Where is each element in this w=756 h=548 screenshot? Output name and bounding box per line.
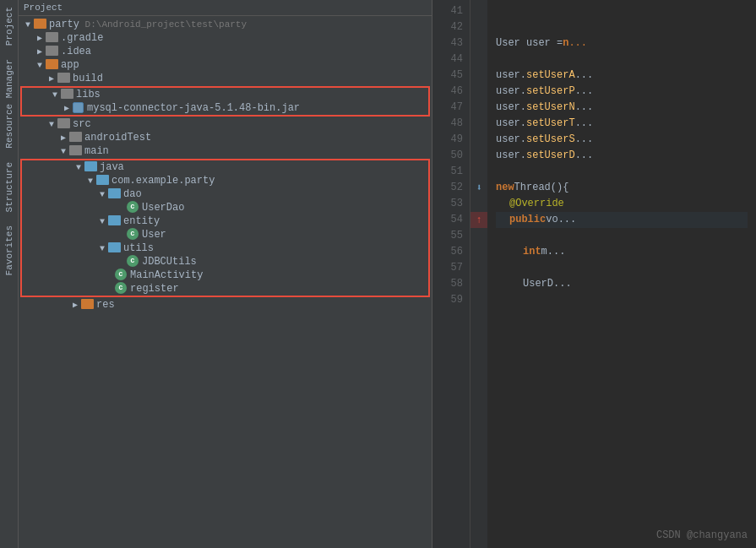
tree-item-libs[interactable]: libs [22,88,428,101]
gutter-43 [470,35,487,52]
tree-item-dao[interactable]: dao [22,187,428,201]
arrow-res [69,300,81,310]
code-line-43: User user = n... [496,35,748,52]
tree-item-register[interactable]: c register [22,282,428,296]
code-lines: User user = n... user.setUserA... user.s… [487,0,756,548]
folder-icon-androidtest [69,132,82,142]
label-res: res [96,299,115,311]
label-entity: entity [123,215,160,227]
jar-icon-mysql [73,102,84,113]
code-line-59 [496,292,748,308]
label-jdbcutils: JDBCUtils [142,256,197,268]
arrow-java [73,163,84,172]
arrow-libs [49,90,61,100]
tree-item-gradle[interactable]: .gradle [19,31,432,45]
tree-item-idea[interactable]: .idea [19,45,432,58]
class-icon-userdao: c [127,201,139,213]
gutter-51 [470,164,487,180]
code-line-57 [496,260,748,276]
tree-item-main[interactable]: main [19,144,432,158]
code-line-53: @Override [496,196,748,212]
code-line-46: user.setUserP... [496,84,748,100]
tree-item-utils[interactable]: utils [22,241,428,255]
tree-item-res[interactable]: res [19,298,432,312]
arrow-mysql [61,103,73,113]
gutter-column: ⬇ ↑ [470,0,487,548]
gutter-44 [470,52,487,68]
tree-item-user[interactable]: c User [22,228,428,241]
arrow-party [22,20,34,30]
tree-root-party[interactable]: party D:\Android_project\test\party [19,18,432,31]
folder-icon-build [57,73,70,83]
label-gradle: .gradle [61,32,103,44]
gutter-59 [470,292,487,308]
label-party: party [49,19,79,30]
gutter-54: ↑ [470,212,487,228]
arrow-utils [96,244,108,253]
tree-item-com-example-party[interactable]: com.example.party [22,174,428,187]
label-main: main [84,145,109,157]
label-src: src [73,118,91,130]
folder-icon-dao [108,188,121,198]
arrow-dao [96,190,108,199]
code-line-51 [496,164,748,180]
label-mainactivity: MainActivity [130,269,203,281]
gutter-41 [470,3,487,19]
favorites-tab[interactable]: Favorites [2,219,17,282]
libs-highlight-box: libs mysql-connector-java-5.1.48-bin.jar [20,86,430,117]
watermark: CSDN @changyana [656,529,748,541]
code-line-54: public vo... [496,212,748,228]
tree-item-userdao[interactable]: c UserDao [22,201,428,214]
label-dao: dao [123,188,142,200]
folder-icon-res [81,299,94,309]
arrow-entity [96,217,108,226]
gutter-58 [470,276,487,292]
label-androidtest: androidTest [84,132,151,144]
gutter-55 [470,228,487,244]
code-line-58: UserD... [496,276,748,292]
code-line-44 [496,52,748,68]
gutter-57 [470,260,487,276]
structure-tab[interactable]: Structure [2,155,17,219]
tree-item-jdbcutils[interactable]: c JDBCUtils [22,255,428,269]
code-line-48: user.setUserT... [496,116,748,132]
folder-icon-idea [46,46,58,56]
project-header: Project [19,0,432,16]
folder-icon-party [34,19,46,29]
folder-icon-entity [108,215,121,225]
gutter-49 [470,132,487,148]
tree-item-mysql-jar[interactable]: mysql-connector-java-5.1.48-bin.jar [22,101,428,115]
label-libs: libs [76,89,101,100]
tree-item-src[interactable]: src [19,117,432,131]
folder-icon-utils [108,242,121,252]
tree-item-app[interactable]: app [19,58,432,72]
label-java: java [100,161,124,173]
resource-manager-tab[interactable]: Resource Manager [2,52,17,155]
arrow-com-example-party [84,176,96,186]
code-line-47: user.setUserN... [496,100,748,116]
arrow-androidtest [57,133,69,143]
project-tab[interactable]: Project [2,0,17,52]
gutter-53 [470,196,487,212]
gutter-52: ⬇ [470,180,487,196]
folder-icon-com-example-party [96,175,109,185]
project-panel: Project party D:\Android_project\test\pa… [19,0,432,548]
code-line-50: user.setUserD... [496,148,748,164]
folder-icon-java [84,161,97,171]
arrow-app [34,61,46,70]
class-icon-jdbcutils: c [127,255,139,267]
label-mysql-jar: mysql-connector-java-5.1.48-bin.jar [87,102,300,114]
tree-item-mainactivity[interactable]: c MainActivity [22,269,428,282]
tree-item-entity[interactable]: entity [22,214,428,228]
folder-icon-src [57,118,70,128]
tree-item-build[interactable]: build [19,72,432,85]
tree-item-java[interactable]: java [22,160,428,174]
folder-icon-main [69,145,82,155]
gutter-42 [470,19,487,35]
gutter-56 [470,244,487,260]
tree-item-androidtest[interactable]: androidTest [19,131,432,144]
file-tree[interactable]: party D:\Android_project\test\party .gra… [19,16,432,548]
gutter-50 [470,148,487,164]
arrow-build [46,73,57,84]
class-icon-register: c [115,282,127,294]
